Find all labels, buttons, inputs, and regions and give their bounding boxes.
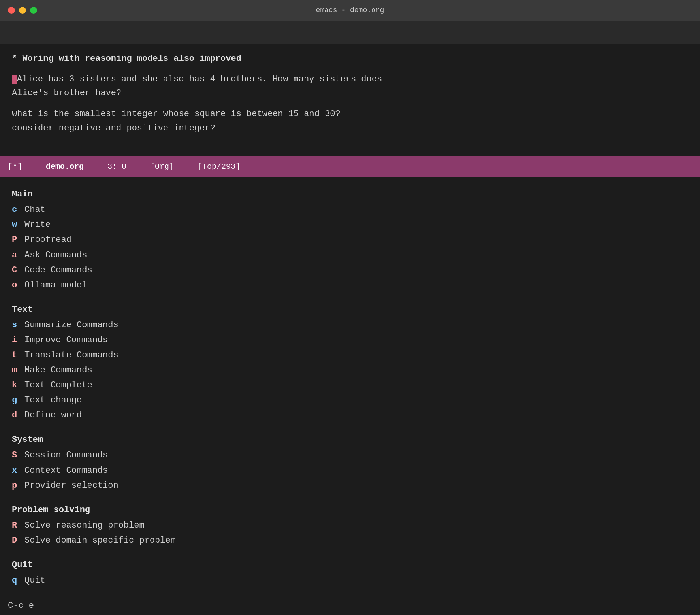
menu-item-key: C xyxy=(12,264,24,277)
heading-line: * Woring with reasoning models also impr… xyxy=(12,52,688,65)
cursor xyxy=(12,75,17,84)
menu-item-key: D xyxy=(12,534,24,547)
menu-item-key: s xyxy=(12,319,24,332)
menu-item[interactable]: CCode Commands xyxy=(12,263,688,278)
menu-item-label: Session Commands xyxy=(24,449,108,462)
menu-item[interactable]: SSession Commands xyxy=(12,448,688,463)
minimize-button[interactable] xyxy=(19,7,26,14)
menu-item-key: t xyxy=(12,349,24,362)
editor-area[interactable]: * Woring with reasoning models also impr… xyxy=(0,44,700,156)
menu-item-key: R xyxy=(12,519,24,532)
menu-item-key: w xyxy=(12,218,24,232)
status-bar: [*] demo.org 3: 0 [Org] [Top/293] xyxy=(0,156,700,177)
menu-item-label: Define word xyxy=(24,409,82,422)
menu-item[interactable]: iImprove Commands xyxy=(12,333,688,348)
menu-item-label: Quit xyxy=(24,574,45,587)
menu-item-label: Translate Commands xyxy=(24,349,119,362)
top-bar xyxy=(0,21,700,44)
menu-item-key: a xyxy=(12,249,24,262)
menu-item[interactable]: sSummarize Commands xyxy=(12,318,688,333)
menu-item-key: x xyxy=(12,464,24,477)
status-filename: demo.org xyxy=(46,162,84,171)
menu-spacer xyxy=(12,293,688,300)
menu-item-key: o xyxy=(12,279,24,292)
menu-item[interactable]: DSolve domain specific problem xyxy=(12,533,688,548)
menu-item-key: g xyxy=(12,394,24,407)
menu-spacer xyxy=(12,548,688,555)
menu-item[interactable]: wWrite xyxy=(12,217,688,232)
status-modified: [*] xyxy=(8,162,22,171)
menu-item[interactable]: RSolve reasoning problem xyxy=(12,518,688,533)
status-position: 3: 0 xyxy=(107,162,126,171)
menu-item[interactable]: mMake Commands xyxy=(12,363,688,378)
menu-item[interactable]: tTranslate Commands xyxy=(12,348,688,363)
menu-section-title: Problem solving xyxy=(12,505,688,515)
maximize-button[interactable] xyxy=(30,7,37,14)
menu-item[interactable]: kText Complete xyxy=(12,378,688,393)
menu-item-label: Context Commands xyxy=(24,464,108,477)
menu-item-label: Improve Commands xyxy=(24,334,108,347)
menu-item-key: S xyxy=(12,449,24,462)
menu-item[interactable]: aAsk Commands xyxy=(12,248,688,263)
menu-item-key: d xyxy=(12,409,24,422)
menu-item-label: Solve reasoning problem xyxy=(24,519,145,532)
menu-item-label: Chat xyxy=(24,203,45,217)
menu-area: MaincChatwWritePProofreadaAsk CommandsCC… xyxy=(0,177,700,596)
menu-item-label: Text Complete xyxy=(24,379,92,392)
menu-item-label: Proofread xyxy=(24,233,72,247)
close-button[interactable] xyxy=(8,7,15,14)
status-mode: [Org] xyxy=(150,162,174,171)
menu-item-key: k xyxy=(12,379,24,392)
menu-item-key: q xyxy=(12,574,24,587)
menu-item-label: Solve domain specific problem xyxy=(24,534,176,547)
minibuffer-text: C-c e xyxy=(8,601,34,611)
menu-item[interactable]: cChat xyxy=(12,202,688,217)
menu-spacer xyxy=(12,423,688,430)
menu-item-key: m xyxy=(12,364,24,377)
menu-section-title: Text xyxy=(12,305,688,315)
window-title: emacs - demo.org xyxy=(316,6,384,14)
status-scroll: [Top/293] xyxy=(198,162,240,171)
menu-spacer xyxy=(12,493,688,500)
menu-item-label: Write xyxy=(24,218,51,232)
menu-item-label: Provider selection xyxy=(24,479,119,492)
menu-item-key: P xyxy=(12,233,24,247)
menu-item-label: Ask Commands xyxy=(24,249,87,262)
menu-item[interactable]: PProofread xyxy=(12,232,688,247)
title-bar: emacs - demo.org xyxy=(0,0,700,21)
menu-item[interactable]: xContext Commands xyxy=(12,463,688,478)
menu-item-key: p xyxy=(12,479,24,492)
menu-item-label: Text change xyxy=(24,394,82,407)
menu-item-label: Code Commands xyxy=(24,264,92,277)
menu-item-key: i xyxy=(12,334,24,347)
menu-item-key: c xyxy=(12,203,24,217)
menu-item[interactable]: qQuit xyxy=(12,573,688,588)
menu-section-title: System xyxy=(12,435,688,445)
menu-item[interactable]: dDefine word xyxy=(12,408,688,423)
window-controls xyxy=(8,7,37,14)
menu-section-title: Main xyxy=(12,189,688,199)
paragraph2: what is the smallest integer whose squar… xyxy=(12,107,688,135)
menu-section-title: Quit xyxy=(12,560,688,570)
menu-item-label: Make Commands xyxy=(24,364,92,377)
minibuffer: C-c e xyxy=(0,596,700,615)
menu-item[interactable]: gText change xyxy=(12,393,688,408)
menu-item[interactable]: pProvider selection xyxy=(12,478,688,493)
menu-item[interactable]: oOllama model xyxy=(12,278,688,293)
paragraph1: Alice has 3 sisters and she also has 4 b… xyxy=(12,72,688,100)
menu-item-label: Ollama model xyxy=(24,279,87,292)
menu-item-label: Summarize Commands xyxy=(24,319,119,332)
